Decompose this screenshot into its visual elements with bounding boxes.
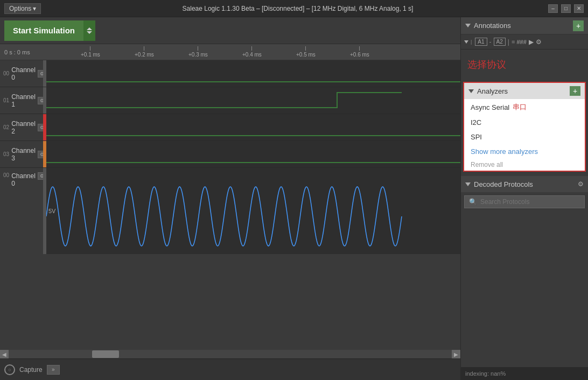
left-panel: Start Simulation 0 s : 0 ms +0.1 ms +0.2… [0,17,460,380]
status-bar: indexing: nan% [461,367,588,380]
analyzer-async-serial[interactable]: Async Serial 串口 [464,99,585,115]
channel-name: Channel 3 [11,147,36,162]
start-simulation-button[interactable]: Start Simulation [4,20,83,41]
capture-icon: ○ [4,364,15,375]
start-simulation-arrows[interactable] [83,20,95,41]
show-more-label: Show more analyzers [471,147,538,156]
async-serial-tag: 串口 [513,102,527,112]
tick-label-1: +0.2 ms [135,52,154,58]
signal-line [46,135,460,136]
tick-5: +0.6 ms [350,46,369,58]
annotations-header: Annotations + [461,17,588,34]
search-protocols-container: 🔍 [464,195,585,208]
expand-button[interactable]: » [47,365,60,375]
tick-label-0: +0.1 ms [81,52,100,58]
decoded-protocols-title: Decoded Protocols [474,180,575,188]
decoded-collapse-icon [465,182,471,186]
indexing-status: indexing: nan% [465,370,506,377]
tick-label-3: +0.4 ms [242,52,262,58]
capture-label: Capture [19,366,43,374]
tick-line [90,46,90,51]
collapse-icon [465,24,471,27]
channel-3-label: 03 Channel 3 ⚙ ⇕ [0,141,43,167]
add-annotation-button[interactable]: + [573,20,584,31]
minimize-button[interactable]: – [548,4,558,13]
voltage-label: 5V [48,208,55,214]
arrow-up-icon [87,27,92,30]
a1-tag: A1 [475,38,487,46]
analyzers-title: Analyzers [477,87,566,95]
tick-2: +0.3 ms [188,46,208,58]
tick-line [144,46,144,51]
channel-num: 01 [3,97,9,103]
channel-name: Channel 0 [11,66,36,81]
maximize-button[interactable]: □ [561,4,571,13]
decoded-gear-icon[interactable]: ⚙ [578,180,584,188]
analyzer-i2c[interactable]: I2C [464,115,585,130]
spi-label: SPI [471,133,482,141]
play-icon[interactable]: ▶ [529,38,534,46]
decoded-protocols-header: Decoded Protocols ⚙ [461,176,588,192]
channel-row: 01 Channel 1 ⚙ ⇕ [0,87,460,114]
tick-4: +0.5 ms [296,46,316,58]
title-bar: Options ▾ Saleae Logic 1.1.30 Beta – [Di… [0,0,588,17]
channel-name: Channel 1 [11,93,36,108]
search-protocols-input[interactable] [480,198,580,206]
channel-3-signal [46,141,460,167]
show-more-analyzers-button[interactable]: Show more analyzers [464,144,585,159]
channel-row: 03 Channel 3 ⚙ ⇕ [0,141,460,168]
timeline-offset: 0 s : 0 ms [0,49,43,55]
tick-1: +0.2 ms [135,46,154,58]
start-simulation-label: Start Simulation [13,26,75,35]
settings-icon[interactable]: ⚙ [536,38,542,46]
scroll-thumb[interactable] [92,350,119,358]
ann-dash: - [489,38,492,46]
horizontal-scrollbar[interactable]: ◀ ▶ [0,350,460,358]
sine-wave-path [46,187,402,246]
annotations-arrow [464,40,468,44]
tick-line [198,46,198,51]
add-analyzer-button[interactable]: + [570,86,580,96]
bottom-bar: ○ Capture » [0,358,460,380]
channel-2-signal [46,114,460,140]
analyzer-spi[interactable]: SPI [464,130,585,144]
timeline-ticks: +0.1 ms +0.2 ms +0.3 ms +0.4 ms +0.5 ms [43,44,460,60]
analyzers-section: Analyzers + Async Serial 串口 I2C SPI Show… [463,82,586,172]
tick-label-4: +0.5 ms [296,52,316,58]
a2-tag: A2 [494,38,506,46]
tick-3: +0.4 ms [242,46,262,58]
search-icon: 🔍 [469,198,477,206]
tick-label-2: +0.3 ms [188,52,208,58]
scroll-left-arrow[interactable]: ◀ [0,350,9,358]
channel-num: 00 [3,172,9,178]
pipe-icon: | [471,39,472,45]
scroll-right-arrow[interactable]: ▶ [452,350,460,358]
channel-name: Channel 2 [11,120,36,135]
signal-line [46,81,460,82]
options-arrow: ▾ [33,5,36,12]
channel-1-label: 01 Channel 1 ⚙ ⇕ [0,87,43,114]
options-button[interactable]: Options ▾ [4,3,41,14]
channel-1-signal [46,87,460,114]
chinese-text: 选择协议 [467,59,506,70]
arrow-down-icon [87,31,92,34]
top-bar: Start Simulation [0,17,460,44]
remove-all-label: Remove all [471,161,503,168]
ann-value: = ### [512,39,527,45]
close-button[interactable]: ✕ [574,4,584,13]
channel-0-label: 00 Channel 0 ⚙ ⇕ [0,60,43,87]
analyzers-header: Analyzers + [464,83,585,99]
channel-num: 00 [3,71,9,76]
async-serial-label: Async Serial [471,103,509,111]
scroll-track[interactable] [9,350,452,358]
chinese-text-section: 选择协议 [461,50,588,80]
tick-line [359,46,360,51]
remove-all-button[interactable]: Remove all [464,159,585,171]
options-label: Options [9,5,31,12]
annotations-toolbar: | A1 - A2 | = ### ▶ ⚙ [461,34,588,50]
signal-svg [46,87,460,114]
channel-num: 02 [3,124,9,130]
channels-area: 00 Channel 0 ⚙ ⇕ 01 Channel 1 [0,60,460,350]
tick-line [251,46,252,51]
channel-0-signal [46,60,460,87]
